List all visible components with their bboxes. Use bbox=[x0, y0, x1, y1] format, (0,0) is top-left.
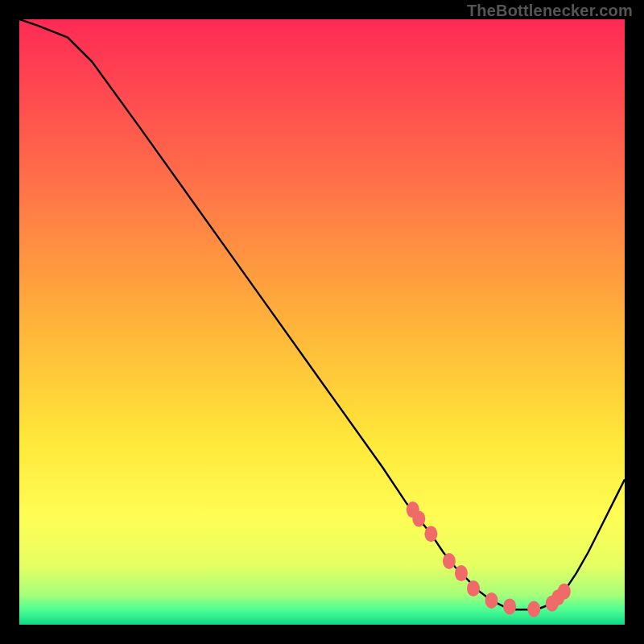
marker-point bbox=[455, 565, 468, 581]
marker-point bbox=[467, 580, 480, 597]
marker-point bbox=[412, 510, 425, 526]
attribution-text: TheBottlenecker.com bbox=[467, 2, 633, 20]
marker-point bbox=[503, 598, 516, 614]
marker-point bbox=[527, 601, 540, 617]
gradient-background bbox=[19, 19, 625, 625]
marker-point bbox=[558, 584, 571, 600]
marker-point bbox=[424, 526, 437, 542]
marker-point bbox=[443, 553, 456, 569]
chart-svg bbox=[19, 19, 625, 625]
chart-frame: TheBottlenecker.com bbox=[0, 0, 644, 644]
chart-plot bbox=[19, 19, 625, 625]
marker-point bbox=[485, 592, 498, 609]
